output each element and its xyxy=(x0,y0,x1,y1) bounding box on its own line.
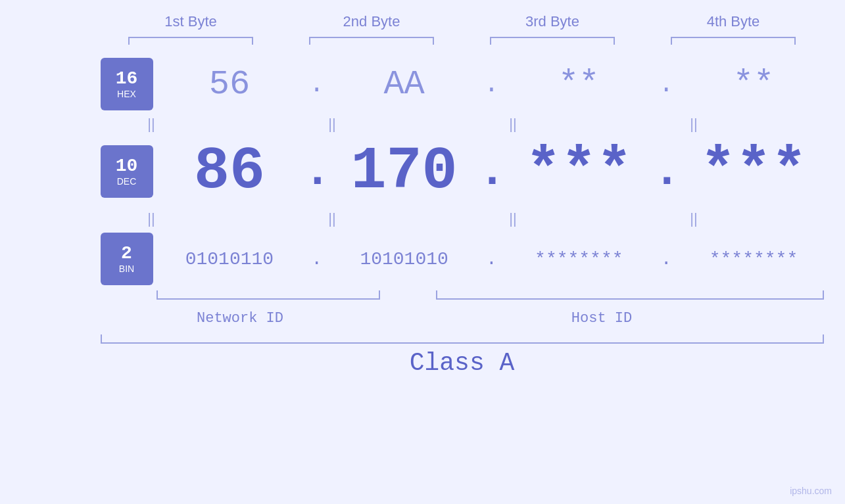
host-id-label: Host ID xyxy=(380,310,824,327)
bin-val-1: 01010110 xyxy=(164,249,295,269)
dec-dot-3: . xyxy=(653,146,679,198)
dec-val-1: 86 xyxy=(164,138,295,205)
hex-val-4: ** xyxy=(688,65,819,104)
byte-header-4: 4th Byte xyxy=(661,13,806,30)
eq2-4: || xyxy=(628,210,760,227)
bin-dot-3: . xyxy=(653,249,679,269)
hex-val-1: 56 xyxy=(164,65,295,104)
bin-badge: 2 BIN xyxy=(101,233,153,285)
bin-val-2: 10101010 xyxy=(339,249,470,269)
dec-val-3: *** xyxy=(513,138,644,205)
bracket-1 xyxy=(128,37,253,45)
host-bracket xyxy=(436,290,824,300)
watermark: ipshu.com xyxy=(790,486,832,496)
dec-val-4: *** xyxy=(688,138,819,205)
main-container: 1st Byte 2nd Byte 3rd Byte 4th Byte 16 H… xyxy=(0,0,845,504)
bin-dot-1: . xyxy=(304,249,330,269)
dec-dot-1: . xyxy=(304,146,330,198)
class-label: Class A xyxy=(101,349,824,377)
bottom-brackets xyxy=(101,290,824,304)
bin-val-4: ******** xyxy=(688,249,819,269)
dec-row: 10 DEC 86 . 170 . *** . *** xyxy=(101,138,824,205)
dec-values: 86 . 170 . *** . *** xyxy=(160,138,824,205)
eq-1: || xyxy=(85,116,217,133)
hex-val-2: AA xyxy=(339,65,470,104)
hex-dot-1: . xyxy=(304,70,330,99)
byte-header-2: 2nd Byte xyxy=(299,13,444,30)
hex-badge: 16 HEX xyxy=(101,58,153,110)
id-labels: Network ID Host ID xyxy=(101,310,824,327)
equals-row-2: || || || || xyxy=(61,210,785,227)
equals-row-1: || || || || xyxy=(61,116,785,133)
hex-row: 16 HEX 56 . AA . ** . ** xyxy=(101,58,824,110)
hex-val-3: ** xyxy=(513,65,644,104)
byte-headers: 1st Byte 2nd Byte 3rd Byte 4th Byte xyxy=(101,13,824,30)
byte-header-3: 3rd Byte xyxy=(480,13,625,30)
bin-dot-2: . xyxy=(478,249,504,269)
dec-badge: 10 DEC xyxy=(101,145,153,198)
bin-row: 2 BIN 01010110 . 10101010 . ******** . xyxy=(101,233,824,285)
bracket-3 xyxy=(490,37,615,45)
hex-dot-2: . xyxy=(478,70,504,99)
eq-3: || xyxy=(447,116,579,133)
bin-values: 01010110 . 10101010 . ******** . *******… xyxy=(160,249,824,269)
dec-dot-2: . xyxy=(478,146,504,198)
byte-header-1: 1st Byte xyxy=(118,13,263,30)
class-bracket xyxy=(101,334,824,344)
hex-dot-3: . xyxy=(653,70,679,99)
eq2-1: || xyxy=(85,210,217,227)
network-bracket xyxy=(157,290,380,300)
dec-val-2: 170 xyxy=(339,138,470,205)
bracket-2 xyxy=(309,37,434,45)
network-id-label: Network ID xyxy=(101,310,380,327)
bracket-4 xyxy=(671,37,796,45)
bin-val-3: ******** xyxy=(513,249,644,269)
hex-values: 56 . AA . ** . ** xyxy=(160,65,824,104)
top-brackets xyxy=(101,37,824,45)
eq2-3: || xyxy=(447,210,579,227)
eq2-2: || xyxy=(266,210,398,227)
eq-2: || xyxy=(266,116,398,133)
eq-4: || xyxy=(628,116,760,133)
